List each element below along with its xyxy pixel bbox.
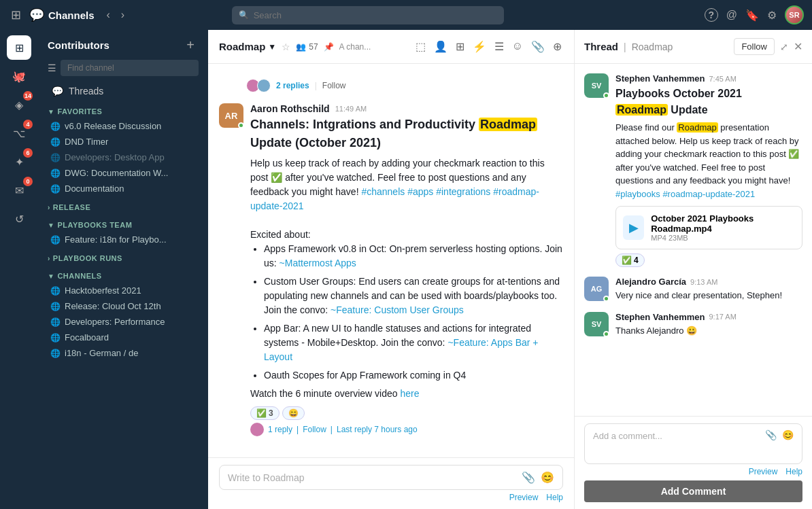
search-input[interactable]: [232, 6, 504, 24]
sidebar-section-release[interactable]: › RELEASE: [38, 196, 208, 214]
playbooks-link[interactable]: #playbooks #roadmap-update-2021: [615, 189, 755, 199]
message-input[interactable]: [228, 472, 516, 483]
help-icon[interactable]: ?: [705, 8, 718, 22]
nav-back-button[interactable]: ‹: [103, 7, 114, 22]
bullet-3: App Bar: A new UI to handle statuses and…: [264, 321, 563, 364]
message-author[interactable]: Aaron Rothschild: [250, 103, 330, 114]
rail-item-merge[interactable]: ⌥ 4: [7, 121, 31, 145]
members-icon: 👥: [296, 42, 306, 52]
mention-icon[interactable]: @: [726, 9, 737, 21]
reaction-smile[interactable]: 😄: [282, 406, 305, 420]
merge-icon: ⌥: [13, 127, 25, 140]
filter-icon[interactable]: ☰: [48, 63, 56, 73]
replies-link[interactable]: 2 replies: [276, 81, 309, 90]
sidebar-item-focalboard[interactable]: 🌐 Focalboard: [41, 330, 205, 345]
sidebar-item-hacktoberfest[interactable]: 🌐 Hacktoberfest 2021: [41, 283, 205, 298]
attach-comment-icon[interactable]: 📎: [765, 429, 777, 440]
sidebar-item-feature-i18n[interactable]: 🌐 Feature: i18n for Playbo...: [41, 232, 205, 247]
user-avatar[interactable]: SR: [785, 5, 804, 24]
here-link[interactable]: here: [400, 388, 419, 399]
layout-icon[interactable]: ⬚: [414, 39, 427, 54]
sidebar-item-dwg-docs[interactable]: 🌐 DWG: Documentation W...: [41, 165, 205, 181]
rail-item-star[interactable]: ✦ 6: [7, 150, 31, 174]
help-button[interactable]: Help: [546, 493, 563, 502]
thread-preview-button[interactable]: Preview: [749, 467, 778, 476]
sidebar-section-playbook-runs[interactable]: › PLAYBOOK RUNS: [38, 247, 208, 265]
attach-meta: MP4 23MB: [651, 234, 795, 242]
sidebar-item-developers-performance[interactable]: 🌐 Developers: Performance: [41, 314, 205, 330]
message-text: Channels: Intgrations and Productivity R…: [250, 116, 563, 401]
sidebar-section-playbooks-team[interactable]: ▼ PLAYBOOKS TEAM: [38, 214, 208, 232]
sidebar-item-v6-release[interactable]: 🌐 v6.0 Release Discussion: [41, 118, 205, 134]
attach-file-icon[interactable]: 📎: [522, 471, 535, 484]
main-layout: ⊞ 🐙 ◈ 14 ⌥ 4 ✦ 6 ✉ 0 ↺ Contributors +: [0, 30, 812, 509]
messages-area: 2 replies | Follow AR Aaron Rothschild 1…: [208, 64, 574, 457]
sidebar-item-release-cloud[interactable]: 🌐 Release: Cloud Oct 12th: [41, 298, 205, 314]
playbook-runs-chevron-icon: ›: [48, 255, 50, 262]
bolt-icon[interactable]: ⚡: [471, 39, 488, 54]
reply-bar[interactable]: 1 reply | Follow | Last reply 7 hours ag…: [250, 423, 563, 436]
mattermost-apps-link[interactable]: ~Mattermost Apps: [280, 258, 356, 268]
rail-item-compass[interactable]: ◈ 14: [7, 92, 31, 117]
find-channel-input[interactable]: [61, 60, 199, 76]
thread-help-button[interactable]: Help: [785, 467, 802, 476]
mail-badge: 0: [23, 177, 33, 186]
sidebar-section-favorites[interactable]: ▼ FAVORITES: [38, 101, 208, 118]
rail-item-github[interactable]: 🐙: [7, 64, 31, 88]
channels-label: CHANNELS: [57, 272, 101, 280]
sidebar-add-button[interactable]: +: [182, 37, 199, 53]
members-panel-icon[interactable]: 👤: [433, 39, 449, 54]
sidebar-item-documentation[interactable]: 🌐 Documentation: [41, 181, 205, 196]
release-label: RELEASE: [53, 203, 90, 211]
header-separator: |: [624, 41, 626, 52]
settings-icon[interactable]: ⚙: [767, 9, 777, 22]
add-comment-button[interactable]: Add Comment: [584, 480, 802, 502]
find-channel-row: ☰: [38, 57, 208, 82]
reply-follow-button[interactable]: Follow: [303, 425, 326, 434]
thread-comment-field[interactable]: [593, 429, 765, 441]
sidebar-item-dnd-timer[interactable]: 🌐 DND Timer: [41, 134, 205, 150]
more-icon[interactable]: ⊕: [552, 39, 563, 54]
emoji-picker-icon[interactable]: 😊: [541, 471, 554, 484]
reactions-row: ✅ 3 😄: [250, 404, 563, 420]
integrations-icon[interactable]: ⊞: [454, 39, 466, 54]
thread-text-2: Very nice and clear presentation, Stephe…: [615, 289, 802, 302]
close-icon[interactable]: ✕: [794, 40, 802, 53]
sidebar-section-channels[interactable]: ▼ CHANNELS: [38, 265, 208, 283]
reaction-checkmark[interactable]: ✅ 3: [250, 406, 280, 420]
emoji-icon[interactable]: ☺: [511, 39, 524, 54]
preview-button[interactable]: Preview: [509, 493, 539, 502]
list-icon[interactable]: ☰: [493, 39, 505, 54]
thread-reaction-checkmark[interactable]: ✅ 4: [615, 253, 645, 267]
workspace-name[interactable]: Contributors: [48, 39, 109, 51]
rail-item-channels[interactable]: ⊞: [7, 35, 31, 60]
sidebar-item-i18n-german[interactable]: 🌐 i18n - German / de: [41, 345, 205, 361]
emoji-comment-icon[interactable]: 😊: [782, 429, 794, 440]
reply-indicator: 2 replies | Follow: [219, 75, 563, 101]
channel-star-icon[interactable]: ☆: [282, 41, 290, 52]
follow-replies-button[interactable]: Follow: [322, 81, 346, 90]
message-title: Channels: Intgrations and Productivity R…: [250, 116, 563, 152]
apps-grid-icon[interactable]: ⊞: [8, 5, 24, 25]
custom-user-groups-link[interactable]: ~Feature: Custom User Groups: [331, 304, 464, 315]
workspace-title[interactable]: 💬 Channels: [29, 7, 95, 22]
thread-author-1[interactable]: Stephen Vanhemmen: [615, 73, 705, 84]
thread-author-3[interactable]: Stephen Vanhemmen: [615, 312, 705, 322]
rail-item-refresh[interactable]: ↺: [7, 207, 31, 231]
attach-icon[interactable]: 📎: [530, 39, 546, 54]
expand-icon[interactable]: ⤢: [780, 41, 788, 52]
thread-author-2[interactable]: Alejandro García: [615, 277, 686, 287]
channels-link[interactable]: #channels #apps: [361, 186, 433, 197]
thread-follow-button[interactable]: Follow: [734, 38, 775, 55]
bookmark-icon[interactable]: 🔖: [745, 9, 759, 22]
message-body1: Help us keep track of reach by adding yo…: [250, 156, 563, 213]
thread-attachment[interactable]: ▶ October 2021 Playbooks Roadmap.mp4 MP4…: [615, 206, 802, 249]
apps-bar-link[interactable]: ~Feature: Apps Bar + Layout: [264, 337, 539, 362]
pin-icon[interactable]: 📌: [324, 42, 334, 52]
sidebar-item-threads[interactable]: 💬 Threads: [42, 82, 204, 101]
channel-name[interactable]: Roadmap ▼: [219, 41, 276, 52]
channel-members[interactable]: 👥 57: [296, 42, 318, 52]
nav-forward-button[interactable]: ›: [117, 7, 129, 22]
sidebar-item-developers-desktop[interactable]: 🌐 Developers: Desktop App: [41, 150, 205, 165]
rail-item-mail[interactable]: ✉ 0: [7, 178, 31, 203]
